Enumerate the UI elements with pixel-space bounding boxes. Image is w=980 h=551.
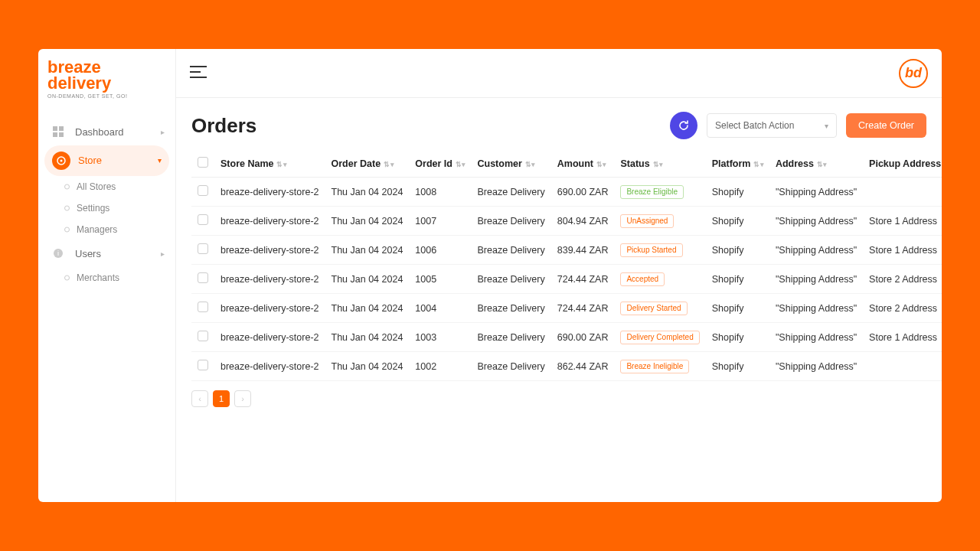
status-badge: UnAssigned [620,214,674,228]
cell-address: "Shipping Address" [769,207,863,236]
sidebar-sub-settings[interactable]: Settings [38,197,175,219]
cell-pickup: Store 2 Address [863,294,942,323]
col-status[interactable]: Status⇅ ▾ [614,150,705,178]
cell-address: "Shipping Address" [769,352,863,381]
cell-address: "Shipping Address" [769,178,863,207]
cell-date: Thu Jan 04 2024 [325,178,410,207]
nav: Dashboard ▸ Store ▾ All Stores Settings … [38,112,175,289]
cell-date: Thu Jan 04 2024 [325,265,410,294]
main: bd Orders Select Batch Action ▾ Create O… [176,49,942,502]
cell-amount: 862.44 ZAR [551,352,615,381]
create-order-button[interactable]: Create Order [846,113,926,138]
sidebar-item-dashboard[interactable]: Dashboard ▸ [38,119,175,145]
select-all-checkbox[interactable] [198,157,208,168]
info-icon: i [49,248,67,259]
page-next[interactable]: › [234,390,251,407]
row-checkbox[interactable] [198,302,208,312]
sort-filter-icon: ⇅ ▾ [384,161,394,168]
col-address[interactable]: Address⇅ ▾ [769,150,863,178]
sidebar-item-label: Dashboard [75,126,124,138]
menu-icon[interactable] [190,65,207,82]
cell-address: "Shipping Address" [769,294,863,323]
row-checkbox[interactable] [198,185,208,196]
table-row: breaze-delivery-store-2Thu Jan 04 202410… [191,178,942,207]
cell-status: Delivery Completed [614,323,705,352]
svg-text:i: i [57,249,59,257]
sort-filter-icon: ⇅ ▾ [596,161,606,168]
cell-customer: Breaze Delivery [472,352,551,381]
row-checkbox[interactable] [198,360,208,370]
sidebar-item-label: Store [78,155,102,166]
pagination: ‹ 1 › [191,390,926,407]
cell-pickup [863,352,942,381]
cell-status: Accepted [614,265,705,294]
status-badge: Delivery Started [620,302,687,315]
status-badge: Delivery Completed [620,331,699,344]
brand-tagline: ON-DEMAND, GET SET, GO! [47,93,166,99]
sidebar-sub-all-stores[interactable]: All Stores [38,176,175,197]
sidebar-sub-managers[interactable]: Managers [38,219,175,240]
cell-address: "Shipping Address" [769,323,863,352]
cell-amount: 690.00 ZAR [551,323,615,352]
cell-amount: 724.44 ZAR [551,294,615,323]
cell-store: breaze-delivery-store-2 [214,294,325,323]
cell-orderid: 1006 [409,236,471,265]
col-customer[interactable]: Customer⇅ ▾ [472,150,551,178]
table-row: breaze-delivery-store-2Thu Jan 04 202410… [191,294,942,323]
sort-filter-icon: ⇅ ▾ [456,161,466,168]
cell-address: "Shipping Address" [769,236,863,265]
brand-logo: breaze delivery ON-DEMAND, GET SET, GO! [38,60,175,112]
col-order-date[interactable]: Order Date⇅ ▾ [325,150,410,178]
page-1[interactable]: 1 [213,390,230,407]
cell-address: "Shipping Address" [769,265,863,294]
sidebar-item-users[interactable]: i Users ▸ [38,240,175,267]
cell-amount: 839.44 ZAR [551,236,615,265]
batch-action-label: Select Batch Action [715,120,794,131]
row-checkbox[interactable] [198,243,208,254]
cell-customer: Breaze Delivery [472,178,551,207]
sort-filter-icon: ⇅ ▾ [753,161,763,168]
cell-store: breaze-delivery-store-2 [214,236,325,265]
row-checkbox[interactable] [198,331,208,341]
sidebar-sub-merchants[interactable]: Merchants [38,267,175,289]
col-amount[interactable]: Amount⇅ ▾ [551,150,615,178]
cell-amount: 690.00 ZAR [551,178,615,207]
cell-pickup: Store 1 Address [863,323,942,352]
cell-platform: Shopify [706,207,769,236]
col-platform[interactable]: Platform⇅ ▾ [706,150,769,178]
batch-action-select[interactable]: Select Batch Action ▾ [707,113,837,138]
cell-pickup: Store 2 Address [863,265,942,294]
table-row: breaze-delivery-store-2Thu Jan 04 202410… [191,236,942,265]
cell-pickup: Store 1 Address [863,207,942,236]
cell-date: Thu Jan 04 2024 [325,236,410,265]
cell-store: breaze-delivery-store-2 [214,352,325,381]
row-checkbox[interactable] [198,214,208,225]
row-checkbox[interactable] [198,272,208,283]
app-window: breaze delivery ON-DEMAND, GET SET, GO! … [38,49,942,502]
cell-date: Thu Jan 04 2024 [325,352,410,381]
col-order-id[interactable]: Order Id⇅ ▾ [409,150,471,178]
chevron-down-icon: ▾ [158,156,162,165]
sort-filter-icon: ⇅ ▾ [653,161,663,168]
sidebar-item-store[interactable]: Store ▾ [44,145,169,176]
status-badge: Accepted [620,272,665,286]
cell-customer: Breaze Delivery [472,236,551,265]
page-header: Orders Select Batch Action ▾ Create Orde… [191,112,926,139]
cell-date: Thu Jan 04 2024 [325,207,410,236]
cell-orderid: 1003 [409,323,471,352]
cell-status: UnAssigned [614,207,705,236]
chevron-down-icon: ▾ [825,122,828,130]
sort-filter-icon: ⇅ ▾ [276,161,286,168]
col-pickup-address: Pickup Address [863,150,942,178]
cell-status: Delivery Started [614,294,705,323]
avatar[interactable]: bd [899,59,928,88]
brand-line2: delivery [47,76,166,92]
refresh-button[interactable] [670,112,697,139]
page-prev[interactable]: ‹ [191,390,208,407]
col-store-name[interactable]: Store Name⇅ ▾ [214,150,325,178]
cell-status: Pickup Started [614,236,705,265]
cell-store: breaze-delivery-store-2 [214,265,325,294]
cell-orderid: 1008 [409,178,471,207]
refresh-icon [678,119,690,132]
cell-date: Thu Jan 04 2024 [325,294,410,323]
